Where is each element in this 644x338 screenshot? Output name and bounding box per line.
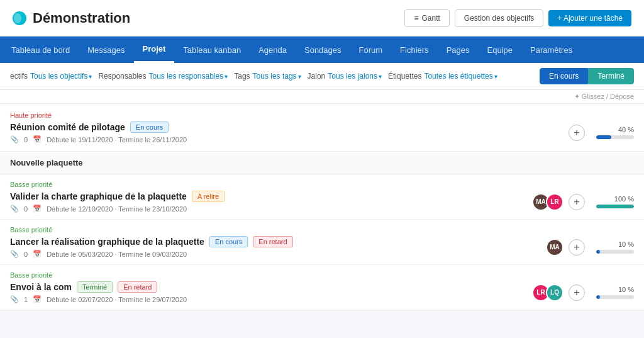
chevron-down-icon: ▾ [89,73,92,80]
avatar: LR [546,193,564,211]
calendar-icon: 📅 [33,135,42,144]
task-title[interactable]: Lancer la réalisation graphique de la pl… [10,237,204,247]
nav-item-equipe[interactable]: Equipe [479,37,521,63]
status-badge: Terminé [77,281,113,293]
progress-percent: 10 % [618,286,634,293]
date-range: Débute le 05/03/2020 · Termine le 09/03/… [47,251,187,258]
progress-bar-background [596,135,634,139]
progress-bar-background [596,250,634,254]
objectifs-value[interactable]: Tous les objectifs ▾ [30,72,92,81]
filter-responsables: Responsables Tous les responsables ▾ [98,72,228,81]
task-row-inner: Valider la charte graphique de la plaque… [10,191,634,213]
chevron-down-icon: ▾ [298,73,301,80]
progress-percent: 40 % [618,126,634,133]
priority-label: Haute priorité [10,111,634,119]
gantt-button[interactable]: ≡ Gantt [404,9,449,27]
task-right: MA + 10 % [546,239,634,256]
progress-bar-background [596,295,634,299]
nav-item-agenda[interactable]: Agenda [250,37,296,63]
progress-bar-background [596,205,634,208]
add-subtask-button[interactable]: + [569,239,585,256]
task-title-row: Envoi à la com Terminé En retard [10,281,532,293]
brand-title: Démonstration [33,10,130,26]
priority-label: Basse priorité [10,181,634,188]
jalon-value[interactable]: Tous les jalons ▾ [328,72,382,81]
jalon-label: Jalon [308,72,326,81]
etiquettes-label: Étiquettes [388,72,421,81]
calendar-icon: 📅 [33,250,42,258]
calendar-icon: 📅 [33,295,42,303]
gestion-objectifs-button[interactable]: Gestion des objectifs [455,9,543,27]
main-content: Haute priorité Réunion comité de pilotag… [0,104,644,310]
section-title: Nouvelle plaquette [10,158,83,167]
task-title-row: Valider la charte graphique de la plaque… [10,191,532,202]
nav-item-parametres[interactable]: Paramètres [521,37,581,63]
status-buttons: En cours Terminé [540,68,634,84]
chevron-down-icon: ▾ [225,73,228,80]
status-termine-button[interactable]: Terminé [588,68,634,84]
nav-item-pages[interactable]: Pages [438,37,479,63]
brand: Démonstration [13,10,130,26]
chevron-down-icon: ▾ [494,73,497,80]
attachment-icon: 📎 [10,250,19,258]
nav-bar: Tableau de bord Messages Projet Tableau … [0,37,644,63]
header-actions: ≡ Gantt Gestion des objectifs + Ajouter … [404,9,631,27]
avatar: MA [546,239,564,256]
add-subtask-button[interactable]: + [569,125,585,141]
attachment-count: 0 [24,136,28,144]
filter-objectifs: ectifs Tous les objectifs ▾ [10,72,92,81]
filter-jalon: Jalon Tous les jalons ▾ [308,72,382,81]
status-badge: En cours [130,121,169,133]
task-title-row: Réunion comité de pilotage En cours [10,121,569,133]
section-header: Nouvelle plaquette [0,152,644,174]
task-title[interactable]: Réunion comité de pilotage [10,122,125,132]
progress-container: 100 % [590,195,634,208]
overdue-badge: En retard [118,281,157,293]
add-subtask-button[interactable]: + [569,284,585,301]
nav-item-forum[interactable]: Forum [350,37,392,63]
nav-item-tableau-kanban[interactable]: Tableau kanban [174,37,250,63]
status-en-cours-button[interactable]: En cours [540,68,588,84]
progress-container: 10 % [590,286,634,299]
overdue-badge: En retard [253,236,292,247]
attachment-icon: 📎 [10,205,19,213]
nav-item-messages[interactable]: Messages [79,37,133,63]
progress-bar-fill [596,250,600,254]
progress-percent: 10 % [618,240,634,248]
task-title[interactable]: Valider la charte graphique de la plaque… [10,191,187,201]
nav-item-fichiers[interactable]: Fichiers [391,37,438,63]
tags-value[interactable]: Tous les tags ▾ [253,72,301,81]
task-right: LR LQ + 10 % [532,284,634,301]
progress-bar-fill [596,295,600,299]
filter-tags: Tags Tous les tags ▾ [234,72,301,81]
nav-item-sondages[interactable]: Sondages [296,37,350,63]
status-badge: En cours [209,236,248,247]
task-info: Réunion comité de pilotage En cours 📎 0 … [10,121,569,144]
progress-bar-fill [596,205,634,208]
etiquettes-value[interactable]: Toutes les étiquettes ▾ [424,72,497,81]
add-subtask-button[interactable]: + [569,194,585,210]
date-range: Débute le 12/10/2020 · Termine le 23/10/… [47,205,187,213]
filter-etiquettes: Étiquettes Toutes les étiquettes ▾ [388,72,497,81]
avatar: LQ [546,284,564,301]
task-title-row: Lancer la réalisation graphique de la pl… [10,236,546,247]
nav-item-tableau-de-bord[interactable]: Tableau de bord [3,37,79,63]
attachment-icon: 📎 [10,135,19,144]
task-meta: 📎 1 📅 Débute le 02/07/2020 · Termine le … [10,295,532,303]
tags-label: Tags [234,72,250,81]
gantt-icon: ≡ [414,14,418,23]
status-badge: A relire [192,191,225,202]
priority-label: Basse priorité [10,271,634,279]
progress-container: 10 % [590,240,634,254]
date-range: Débute le 19/11/2020 · Termine le 26/11/… [47,136,187,144]
brand-logo [13,11,26,25]
task-info: Valider la charte graphique de la plaque… [10,191,532,213]
responsables-value[interactable]: Tous les responsables ▾ [148,72,228,81]
task-right: MA LR + 100 % [532,193,634,211]
attachment-count: 0 [24,205,28,213]
nav-item-projet[interactable]: Projet [134,37,175,63]
task-title[interactable]: Envoi à la com [10,282,72,292]
ajouter-tache-button[interactable]: + Ajouter une tâche [548,10,631,26]
attachment-count: 0 [24,251,28,258]
drag-hint: ✦ Glissez / Dépose [0,90,644,104]
